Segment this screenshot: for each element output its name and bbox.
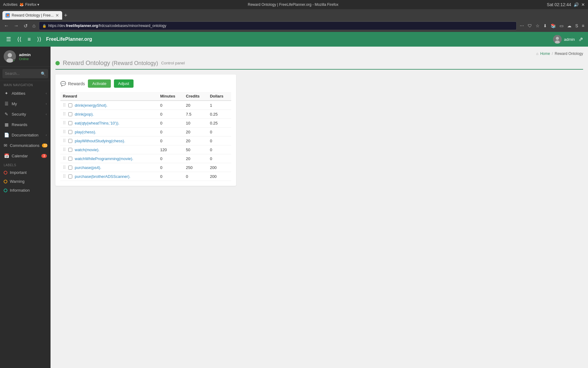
topbar-forward-btn[interactable]: ⟩⟩ <box>36 35 43 44</box>
search-icon: 🔍 <box>41 71 46 76</box>
reward-name-link[interactable]: play(chess). <box>75 130 96 134</box>
adjust-button[interactable]: Adjust <box>114 79 134 88</box>
svg-point-1 <box>556 37 559 40</box>
topbar-back-btn[interactable]: ⟨⟨ <box>16 35 23 44</box>
dollars-cell: 200 <box>207 172 231 181</box>
sync-btn[interactable]: ☁ <box>566 22 573 29</box>
row-checkbox[interactable] <box>68 148 72 152</box>
reward-name-link[interactable]: eat(qty(wheatThins,'10')). <box>75 121 119 125</box>
sidebar-avatar <box>4 50 16 63</box>
minutes-cell: 0 <box>158 128 183 136</box>
extensions-btn[interactable]: ⋯ <box>518 22 525 29</box>
reward-name-link[interactable]: purchase(ps4). <box>75 165 101 170</box>
label-item-information[interactable]: Information <box>0 186 51 195</box>
breadcrumb-separator: / <box>552 52 553 56</box>
content-card: 💬 Rewards Activate Adjust Reward Minutes… <box>55 75 236 186</box>
menu-btn[interactable]: ≡ <box>581 22 586 29</box>
forward-button[interactable]: → <box>12 22 20 29</box>
row-checkbox[interactable] <box>68 166 72 170</box>
reward-name-link[interactable]: watchWhileProgramming(movie). <box>75 156 133 161</box>
row-checkbox[interactable] <box>68 130 72 134</box>
label-item-important[interactable]: Important <box>0 168 51 177</box>
breadcrumb-current: Reward Ontology <box>555 52 583 56</box>
library-btn[interactable]: 📚 <box>549 22 557 29</box>
row-checkbox[interactable] <box>68 103 72 107</box>
tab-close-btn[interactable]: ✕ <box>55 13 59 18</box>
sidebar-item-label: Calendar <box>12 154 39 158</box>
credits-cell: 0 <box>183 172 207 181</box>
drag-handle[interactable]: ⠿ <box>63 138 66 143</box>
reward-name-link[interactable]: drink(energyShot). <box>75 103 107 108</box>
sidebar-item-calendar[interactable]: 📅 Calendar 3 <box>0 151 51 161</box>
rewards-tab[interactable]: 💬 Rewards <box>60 81 85 86</box>
my-icon: ☰ <box>4 101 9 106</box>
page-title-main: Reward Ontology <box>63 59 110 66</box>
search-wrapper: 🔍 <box>2 69 48 78</box>
sidebar-item-communications[interactable]: ✉ Communications 32 <box>0 140 51 151</box>
rewards-table: Reward Minutes Credits Dollars ⠿ drink(e… <box>60 92 231 181</box>
row-checkbox[interactable] <box>68 121 72 125</box>
breadcrumb-home-link[interactable]: Home <box>540 52 550 56</box>
topbar-list-btn[interactable]: ≡ <box>26 35 32 44</box>
minutes-cell: 0 <box>158 119 183 128</box>
new-tab-button[interactable]: + <box>62 11 69 20</box>
sidebar-item-rewards[interactable]: ▦ Rewards <box>0 119 51 130</box>
address-bar[interactable]: 🔒 https://dev.freelifeplanner.org/frdcsa… <box>39 21 517 30</box>
reward-name-link[interactable]: drink(pop). <box>75 112 94 117</box>
credits-cell: 20 <box>183 154 207 163</box>
credits-cell: 250 <box>183 163 207 172</box>
drag-handle[interactable]: ⠿ <box>63 112 66 117</box>
rewards-tab-label: Rewards <box>68 81 85 86</box>
sidebar-item-documentation[interactable]: 📄 Documentation ‹ <box>0 130 51 140</box>
warning-dot <box>4 180 7 183</box>
topbar-user: admin <box>553 35 575 44</box>
minutes-cell: 0 <box>158 101 183 110</box>
col-reward: Reward <box>60 92 158 101</box>
sidebar-item-abilities[interactable]: ✦ Abilities ‹ <box>0 88 51 98</box>
drag-handle[interactable]: ⠿ <box>63 121 66 125</box>
download-btn[interactable]: ⬇ <box>542 22 548 29</box>
window-title: Reward Ontology | FreeLifePlanner.org - … <box>39 2 547 7</box>
drag-handle[interactable]: ⠿ <box>63 174 66 179</box>
drag-handle[interactable]: ⠿ <box>63 129 66 134</box>
shield-btn[interactable]: 🛡 <box>526 22 533 29</box>
calendar-icon: 📅 <box>4 153 9 158</box>
reward-name-link[interactable]: playWithoutStudying(chess). <box>75 139 125 143</box>
drag-handle[interactable]: ⠿ <box>63 165 66 170</box>
label-warning-text: Warning <box>10 179 24 184</box>
reward-cell: ⠿ play(chess). <box>60 128 158 136</box>
sidebar-status: Online <box>19 57 31 61</box>
active-tab[interactable]: 🦊 Reward Ontology | Free... ✕ <box>2 11 62 20</box>
close-window-icon[interactable]: ✕ <box>581 2 585 7</box>
credits-cell: 50 <box>183 145 207 154</box>
sidebar-item-my[interactable]: ☰ My ‹ <box>0 98 51 109</box>
account-btn[interactable]: S <box>574 22 579 29</box>
sidebar-btn[interactable]: ▭ <box>558 22 565 29</box>
dollars-cell: 0.25 <box>207 119 231 128</box>
label-item-warning[interactable]: Warning <box>0 177 51 186</box>
row-checkbox[interactable] <box>68 112 72 116</box>
reward-name-link[interactable]: watch(movie). <box>75 148 100 152</box>
topbar-share-btn[interactable]: ⇗ <box>579 36 583 43</box>
topbar-menu-btn[interactable]: ☰ <box>5 35 12 44</box>
rewards-header: 💬 Rewards Activate Adjust <box>60 79 231 88</box>
drag-handle[interactable]: ⠿ <box>63 147 66 152</box>
activate-button[interactable]: Activate <box>88 79 111 88</box>
drag-handle[interactable]: ⠿ <box>63 156 66 161</box>
reward-name-link[interactable]: purchase(brotherADSScanner). <box>75 174 130 179</box>
col-dollars: Dollars <box>207 92 231 101</box>
sidebar-item-security[interactable]: ✎ Security ‹ <box>0 109 51 119</box>
credits-cell: 7.5 <box>183 110 207 119</box>
home-button[interactable]: ⌂ <box>31 22 37 29</box>
drag-handle[interactable]: ⠿ <box>63 103 66 108</box>
row-checkbox[interactable] <box>68 157 72 161</box>
browser-activities[interactable]: Activities 🦊 Firefox ▾ <box>3 2 39 7</box>
row-checkbox[interactable] <box>68 139 72 143</box>
row-checkbox[interactable] <box>68 174 72 178</box>
back-button[interactable]: ← <box>2 22 10 29</box>
bookmark-btn[interactable]: ☆ <box>534 22 541 29</box>
tab-favicon: 🦊 <box>6 13 10 17</box>
reload-button[interactable]: ↺ <box>22 22 29 30</box>
firefox-label: 🦊 Firefox ▾ <box>19 2 39 7</box>
credits-cell: 20 <box>183 136 207 145</box>
